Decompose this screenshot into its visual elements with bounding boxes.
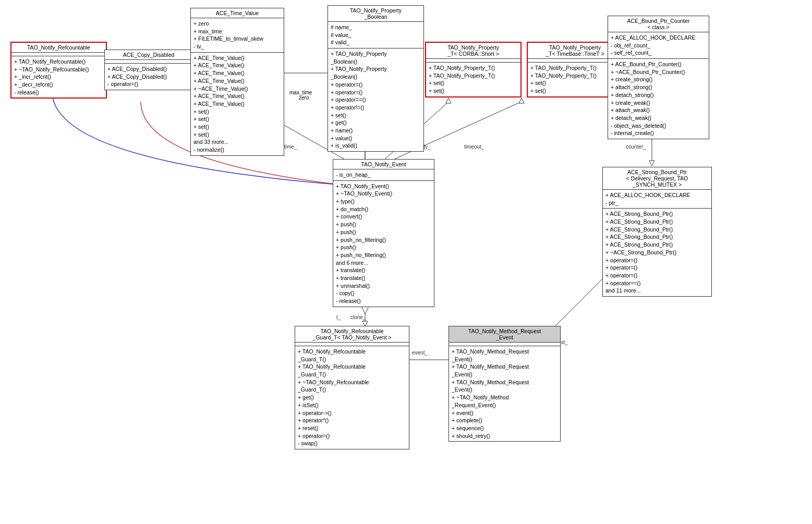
methods-ace-time-value: + ACE_Time_Value() + ACE_Time_Value() + …: [191, 53, 284, 155]
box-ace-strong-bound-ptr: ACE_Strong_Bound_Ptr< Delivery_Request, …: [602, 167, 712, 297]
box-ace-time-value: ACE_Time_Value + zero + max_time + FILET…: [190, 8, 284, 156]
box-ace-copy-disabled: ACE_Copy_Disabled + ACE_Copy_Disabled() …: [104, 50, 193, 90]
header-tao-notify-property-short: TAO_Notify_Property_T< CORBA::Short >: [426, 43, 520, 59]
header-tao-notify-method-request-event: TAO_Notify_Method_Request_Event: [449, 326, 560, 343]
fields-tao-notify-property-short: [426, 59, 520, 63]
box-tao-notify-method-request-event: TAO_Notify_Method_Request_Event + TAO_No…: [449, 326, 561, 442]
methods-tao-notify-refcountable-guard: + TAO_Notify_Refcountable _Guard_T() + T…: [295, 346, 409, 449]
fields-tao-notify-event: - is_on_heap_: [333, 169, 434, 181]
box-tao-notify-property-boolean: TAO_Notify_Property_Boolean # name_ # va…: [328, 5, 424, 152]
box-ace-bound-ptr-counter: ACE_Bound_Ptr_Counter< class > + ACE_ALL…: [608, 16, 709, 139]
uml-diagram: time_ reliable_ priority_ timeout_ count…: [0, 0, 812, 524]
fields-tao-notify-refcountable: [11, 53, 106, 56]
box-tao-notify-property-short: TAO_Notify_Property_T< CORBA::Short > + …: [425, 42, 522, 98]
header-ace-copy-disabled: ACE_Copy_Disabled: [105, 50, 192, 60]
fields-ace-copy-disabled: [105, 60, 192, 64]
methods-tao-notify-method-request-event: + TAO_Notify_Method_Request _Event() + T…: [449, 346, 560, 441]
label-timeout: timeout_: [464, 144, 484, 150]
label-t: t_: [336, 314, 341, 320]
fields-ace-time-value: + zero + max_time + FILETIME_to_timval_s…: [191, 18, 284, 53]
box-tao-notify-refcountable-guard: TAO_Notify_Refcountable_Guard_T< TAO_Not…: [295, 326, 409, 449]
fields-tao-notify-refcountable-guard: [295, 343, 409, 346]
svg-marker-7: [519, 98, 524, 103]
label-clone: clone_: [350, 314, 366, 320]
box-tao-notify-refcountable: TAO_Notify_Refcountable + TAO_Notify_Ref…: [10, 42, 107, 99]
label-zero-text: zero: [299, 95, 309, 101]
fields-tao-notify-method-request-event: [449, 343, 560, 346]
methods-tao-notify-event: + TAO_Notify_Event() + ~TAO_Notify_Event…: [333, 181, 434, 307]
svg-marker-5: [446, 98, 451, 103]
fields-ace-bound-ptr-counter: + ACE_ALLOC_HOOK_DECLARE - obj_ref_count…: [608, 32, 709, 59]
box-tao-notify-event: TAO_Notify_Event - is_on_heap_ + TAO_Not…: [333, 159, 434, 307]
methods-ace-strong-bound-ptr: + ACE_Strong_Bound_Ptr() + ACE_Strong_Bo…: [603, 209, 711, 296]
svg-marker-11: [649, 161, 655, 166]
methods-ace-bound-ptr-counter: + ACE_Bound_Ptr_Counter() + ~ACE_Bound_P…: [608, 59, 709, 139]
fields-ace-strong-bound-ptr: + ACE_ALLOC_HOOK_DECLARE - ptr_: [603, 190, 711, 209]
header-ace-strong-bound-ptr: ACE_Strong_Bound_Ptr< Delivery_Request, …: [603, 167, 711, 190]
header-tao-notify-refcountable: TAO_Notify_Refcountable: [11, 43, 106, 53]
header-tao-notify-event: TAO_Notify_Event: [333, 160, 434, 169]
header-ace-bound-ptr-counter: ACE_Bound_Ptr_Counter< class >: [608, 16, 709, 32]
methods-ace-copy-disabled: + ACE_Copy_Disabled() + ACE_Copy_Disable…: [105, 64, 192, 90]
label-event: event_: [412, 350, 428, 356]
methods-tao-notify-property-boolean: + TAO_Notify_Property _Boolean() + TAO_N…: [328, 48, 423, 151]
header-tao-notify-property-boolean: TAO_Notify_Property_Boolean: [328, 6, 423, 22]
label-time: time_: [284, 144, 297, 150]
methods-tao-notify-property-short: + TAO_Notify_Property_T() + TAO_Notify_P…: [426, 63, 520, 96]
label-counter: counter_: [626, 144, 646, 150]
methods-tao-notify-refcountable: + TAO_Notify_Refcountable() + ~TAO_Notif…: [11, 56, 106, 98]
fields-tao-notify-property-boolean: # name_ # value_ # valid_: [328, 22, 423, 48]
header-tao-notify-refcountable-guard: TAO_Notify_Refcountable_Guard_T< TAO_Not…: [295, 326, 409, 343]
header-ace-time-value: ACE_Time_Value: [191, 8, 284, 18]
